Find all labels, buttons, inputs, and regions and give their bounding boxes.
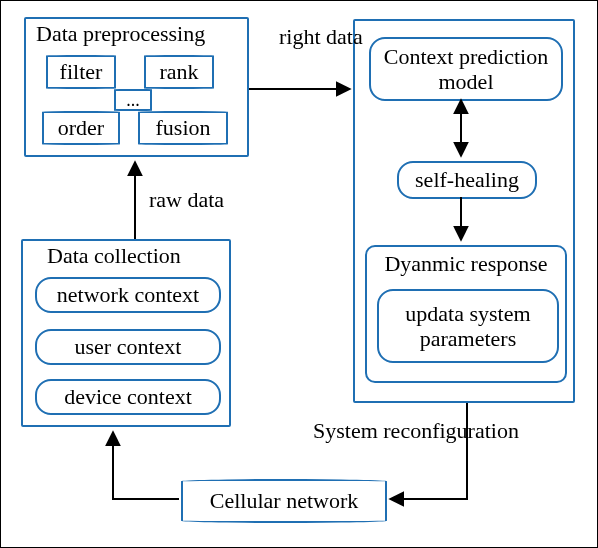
context-prediction-model: Context prediction model xyxy=(369,37,563,101)
data-preprocessing-title: Data preprocessing xyxy=(36,21,205,47)
fusion-label: fusion xyxy=(156,115,211,141)
network-context-label: network context xyxy=(57,282,199,308)
system-reconfiguration-label: System reconfiguration xyxy=(313,419,493,443)
user-context-label: user context xyxy=(75,334,182,360)
dynamic-response-box: Dyanmic response updata system parameter… xyxy=(365,245,567,383)
user-context-item: user context xyxy=(35,329,221,365)
dynamic-response-title: Dyanmic response xyxy=(367,251,565,277)
self-healing-label: self-healing xyxy=(415,167,519,193)
filter-op: filter xyxy=(46,55,116,89)
right-data-label: right data xyxy=(279,25,349,49)
right-pipeline-box: Context prediction model self-healing Dy… xyxy=(353,19,575,403)
ellipsis-label: ... xyxy=(126,90,140,111)
data-collection-box: Data collection network context user con… xyxy=(21,239,231,427)
order-label: order xyxy=(58,115,104,141)
update-system-parameters-label: updata system parameters xyxy=(385,301,551,352)
rank-label: rank xyxy=(159,59,198,85)
cellular-network-label: Cellular network xyxy=(210,488,358,514)
device-context-item: device context xyxy=(35,379,221,415)
data-collection-title: Data collection xyxy=(47,243,181,269)
network-context-item: network context xyxy=(35,277,221,313)
data-preprocessing-box: Data preprocessing filter rank ... order… xyxy=(24,17,249,157)
fusion-op: fusion xyxy=(138,111,228,145)
filter-label: filter xyxy=(60,59,103,85)
self-healing-node: self-healing xyxy=(397,161,537,199)
ellipsis-op: ... xyxy=(114,89,152,111)
update-system-parameters: updata system parameters xyxy=(377,289,559,363)
context-prediction-label: Context prediction model xyxy=(377,44,555,95)
order-op: order xyxy=(42,111,120,145)
rank-op: rank xyxy=(144,55,214,89)
cellular-network-node: Cellular network xyxy=(181,479,387,523)
device-context-label: device context xyxy=(64,384,192,410)
raw-data-label: raw data xyxy=(149,187,224,213)
